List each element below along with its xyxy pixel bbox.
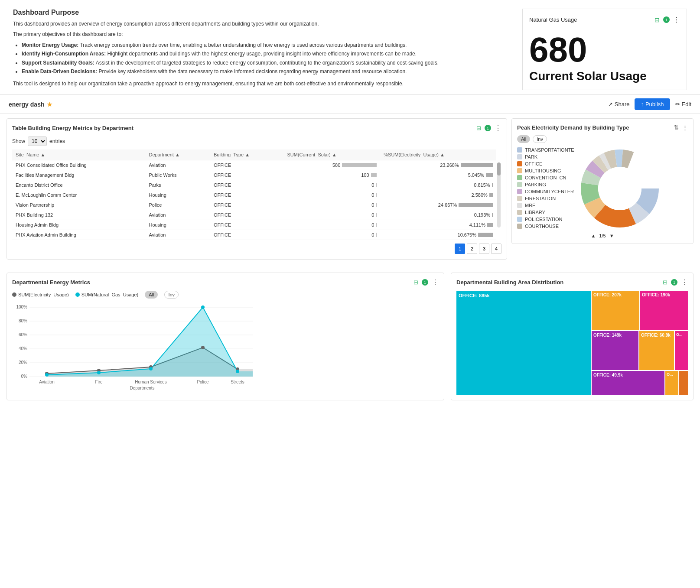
svg-text:80%: 80% xyxy=(19,318,27,323)
pie-widget-controls: ⇅ ⋮ xyxy=(674,124,688,131)
cell-solar: 580 xyxy=(284,160,381,170)
treemap-cell-8: O... xyxy=(665,371,678,395)
line-filter-inv[interactable]: Inv xyxy=(164,291,179,299)
dashboard-closing: This tool is designed to help our organi… xyxy=(13,80,505,88)
table-scroll-container: Site_Name ▲ Department ▲ Building_Type ▲… xyxy=(12,149,501,240)
scroll-indicator[interactable] xyxy=(496,149,501,240)
filter-icon[interactable]: ⊟ xyxy=(654,16,660,23)
cell-type: OFFICE xyxy=(210,170,284,180)
pie-pagination: ▲ 1/5 ▼ xyxy=(517,233,688,238)
legend-color-swatch xyxy=(517,210,522,215)
edit-icon: ✏ xyxy=(675,101,680,107)
col-dept[interactable]: Department ▲ xyxy=(145,149,210,160)
treemap-right: OFFICE: 207k OFFICE: 190k OFFICE: 149k O… xyxy=(592,291,688,395)
legend-color-swatch xyxy=(517,196,522,201)
pie-filter-inv[interactable]: Inv xyxy=(533,135,547,143)
line-filter-all[interactable]: All xyxy=(145,291,158,299)
cell-elec: 0.193% xyxy=(380,210,496,220)
pie-prev-icon[interactable]: ▲ xyxy=(591,233,596,238)
line-more-icon[interactable]: ⋮ xyxy=(432,278,439,286)
line-chart-controls: ⊟ 1 ⋮ xyxy=(413,278,439,286)
treemap-label-4: OFFICE: 149k xyxy=(593,333,622,338)
cell-solar: 0 xyxy=(284,230,381,240)
line-filter-icon[interactable]: ⊟ xyxy=(413,279,418,286)
cell-elec: 2.580% xyxy=(380,190,496,200)
line-chart-svg-container: 100% 80% 60% 40% 20% 0% xyxy=(12,302,439,390)
pie-legend: TRANSPORTATIONTE PARK OFFICE MULTIHOUSIN… xyxy=(517,147,574,231)
cell-site: Facilities Management Bldg xyxy=(12,170,145,180)
svg-text:20%: 20% xyxy=(19,360,27,365)
share-button[interactable]: ↗ Share xyxy=(608,101,630,107)
table-filter-icon[interactable]: ⊟ xyxy=(476,125,481,131)
pie-legend-item: MRF xyxy=(517,203,574,208)
objective-1: Monitor Energy Usage: Track energy consu… xyxy=(22,41,505,49)
legend-label: LIBRARY xyxy=(525,210,545,215)
pie-widget-title: Peak Electricity Demand by Building Type xyxy=(517,124,629,131)
treemap-controls: ⊟ 1 ⋮ xyxy=(663,278,688,286)
objective-2: Identify High-Consumption Areas: Highlig… xyxy=(22,49,505,58)
entries-select[interactable]: 10 25 50 xyxy=(28,136,47,146)
dashboard-intro: This dashboard provides an overview of e… xyxy=(13,20,505,28)
col-type[interactable]: Building_Type ▲ xyxy=(210,149,284,160)
cell-dept: Parks xyxy=(145,180,210,190)
pie-sort-icon[interactable]: ⇅ xyxy=(674,124,679,131)
dashboard-name: energy dash ★ xyxy=(9,101,52,108)
cell-site: Vision Partnership xyxy=(12,200,145,210)
more-options-icon[interactable]: ⋮ xyxy=(673,16,680,24)
ng-icons: ⊟ 1 ⋮ xyxy=(654,16,680,24)
publish-button[interactable]: ↑ Publish xyxy=(635,98,670,110)
svg-text:40%: 40% xyxy=(19,346,27,351)
edit-button[interactable]: ✏ Edit xyxy=(675,101,691,107)
treemap-label-6: O... xyxy=(676,332,683,337)
pie-legend-item: MULTIHOUSING xyxy=(517,168,574,173)
pie-legend-item: LIBRARY xyxy=(517,210,574,215)
table-more-icon[interactable]: ⋮ xyxy=(495,124,501,132)
table-widget-controls: ⊟ 1 ⋮ xyxy=(476,124,501,132)
table-widget-header: Table Building Energy Metrics by Departm… xyxy=(12,124,501,132)
legend-label: TRANSPORTATIONTE xyxy=(525,147,574,153)
treemap-more-icon[interactable]: ⋮ xyxy=(681,278,688,286)
pie-legend-item: PARK xyxy=(517,154,574,159)
treemap-container: OFFICE: 885k OFFICE: 207k OFFICE: 190k xyxy=(456,291,688,395)
legend-label: MRF xyxy=(525,203,535,208)
legend-color-swatch xyxy=(517,217,522,222)
cell-elec: 4.111% xyxy=(380,220,496,230)
legend-label: PARK xyxy=(525,154,537,159)
pie-filter-row: All Inv xyxy=(517,135,688,143)
pie-legend-item: OFFICE xyxy=(517,161,574,166)
table-row: E. McLoughlin Comm Center Housing OFFICE… xyxy=(12,190,496,200)
table-widget: Table Building Energy Metrics by Departm… xyxy=(7,118,507,260)
cell-solar: 0 xyxy=(284,180,381,190)
cell-dept: Public Works xyxy=(145,170,210,180)
cell-dept: Aviation xyxy=(145,160,210,170)
scroll-thumb xyxy=(497,162,501,175)
legend-color-swatch xyxy=(517,168,522,173)
cell-solar: 100 xyxy=(284,170,381,180)
treemap-filter-icon[interactable]: ⊟ xyxy=(663,279,667,286)
svg-text:60%: 60% xyxy=(19,332,27,337)
cell-site: PHX Consolidated Office Building xyxy=(12,160,145,170)
bottom-section: Departmental Energy Metrics ⊟ 1 ⋮ SUM(El… xyxy=(0,268,700,407)
show-entries: Show 10 25 50 entries xyxy=(12,136,501,146)
line-filter-badge: 1 xyxy=(422,279,428,286)
table-row: PHX Consolidated Office Building Aviatio… xyxy=(12,160,496,170)
svg-text:Fire: Fire xyxy=(95,380,103,384)
page-btn-4[interactable]: 4 xyxy=(491,244,501,254)
page-btn-3[interactable]: 3 xyxy=(479,244,489,254)
col-solar[interactable]: SUM(Current_Solar) ▲ xyxy=(284,149,381,160)
col-site[interactable]: Site_Name ▲ xyxy=(12,149,145,160)
legend-label: PARKING xyxy=(525,182,546,187)
cell-site: Housing Admin Bldg xyxy=(12,220,145,230)
pie-widget: Peak Electricity Demand by Building Type… xyxy=(511,118,693,244)
treemap-cell-2: OFFICE: 207k xyxy=(592,291,639,330)
legend-color-swatch xyxy=(517,224,522,229)
pie-more-icon[interactable]: ⋮ xyxy=(682,124,688,131)
page-btn-1[interactable]: 1 xyxy=(455,244,465,254)
pie-next-icon[interactable]: ▼ xyxy=(609,233,614,238)
pie-filter-all[interactable]: All xyxy=(517,135,530,143)
star-icon[interactable]: ★ xyxy=(47,101,52,108)
cell-dept: Police xyxy=(145,200,210,210)
cell-elec: 0.815% xyxy=(380,180,496,190)
col-elec[interactable]: %SUM(Electricity_Usage) ▲ xyxy=(380,149,496,160)
page-btn-2[interactable]: 2 xyxy=(467,244,477,254)
